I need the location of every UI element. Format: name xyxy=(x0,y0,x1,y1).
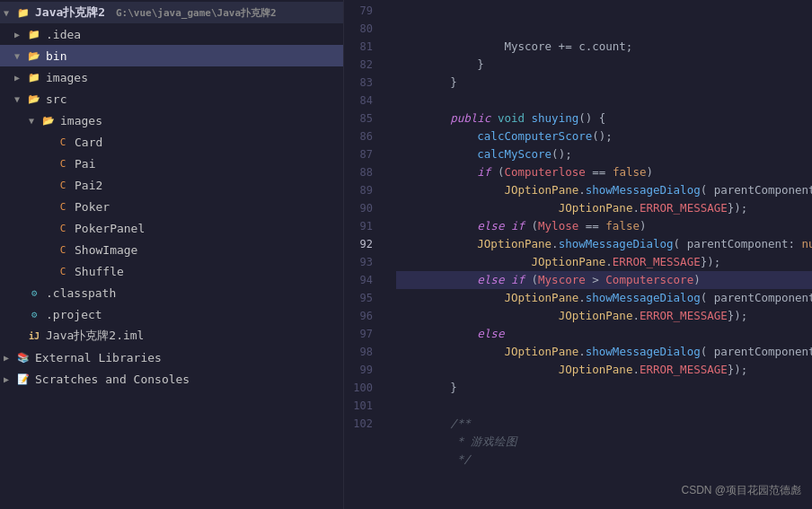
ext-libs-icon: 📚 xyxy=(16,350,31,364)
sidebar-item-showimage[interactable]: C ShowImage xyxy=(0,239,343,260)
code-line: /** xyxy=(396,415,812,433)
line-numbers: 7980818283848586878889909192939495969798… xyxy=(344,0,389,509)
line-number: 87 xyxy=(344,145,380,163)
line-number: 91 xyxy=(344,217,380,235)
code-line: JOptionPane.showMessageDialog( parentCom… xyxy=(396,181,812,199)
line-number: 99 xyxy=(344,361,380,379)
src-images-arrow xyxy=(29,116,41,126)
src-images-label: images xyxy=(60,114,102,127)
code-line: calcComputerScore(); xyxy=(396,127,812,145)
code-line: else xyxy=(396,325,812,343)
project-label: .project xyxy=(46,308,102,321)
root-folder-icon: 📁 xyxy=(16,5,31,20)
code-line: JOptionPane.ERROR_MESSAGE}); xyxy=(396,199,812,217)
line-number: 81 xyxy=(344,38,380,56)
line-number: 93 xyxy=(344,253,380,271)
line-number: 101 xyxy=(344,397,380,415)
src-icon: 📂 xyxy=(27,92,41,106)
classpath-icon: ⚙ xyxy=(27,285,41,300)
line-number: 85 xyxy=(344,110,380,127)
code-line: } xyxy=(396,74,812,92)
pokerpanel-class-icon: C xyxy=(56,221,70,235)
line-number: 100 xyxy=(344,379,380,397)
images-root-icon: 📁 xyxy=(27,70,41,84)
src-images-icon: 📂 xyxy=(41,113,56,127)
images-root-arrow xyxy=(14,73,27,83)
ext-libs-arrow xyxy=(4,353,16,363)
code-line: calcMyScore(); xyxy=(396,145,812,163)
iml-icon: iJ xyxy=(27,329,41,343)
sidebar: 📁 Java扑克牌2 G:\vue\java_game\Java扑克牌2 📁 .… xyxy=(0,0,344,509)
line-number: 79 xyxy=(344,2,380,20)
sidebar-item-pokerpanel[interactable]: C PokerPanel xyxy=(0,217,343,239)
scratches-label: Scratches and Consoles xyxy=(35,373,190,386)
showimage-label: ShowImage xyxy=(75,243,137,257)
images-root-label: images xyxy=(46,71,88,84)
sidebar-item-bin[interactable]: 📂 bin xyxy=(0,45,343,66)
line-number: 83 xyxy=(344,74,380,92)
root-arrow xyxy=(4,8,16,18)
code-line: */ xyxy=(396,451,812,469)
sidebar-item-src[interactable]: 📂 src xyxy=(0,88,343,110)
line-number: 95 xyxy=(344,289,380,307)
bin-arrow xyxy=(14,51,27,61)
poker-label: Poker xyxy=(75,200,110,214)
ext-libs-label: External Libraries xyxy=(35,351,162,364)
scratches-arrow xyxy=(4,374,16,384)
line-number: 90 xyxy=(344,199,380,217)
scratches-icon: 📝 xyxy=(16,372,31,386)
sidebar-item-scratches[interactable]: 📝 Scratches and Consoles xyxy=(0,368,343,390)
sidebar-item-card[interactable]: C Card xyxy=(0,131,343,153)
line-number: 96 xyxy=(344,307,380,325)
line-number: 88 xyxy=(344,163,380,181)
code-content[interactable]: Myscore += c.count; } } public void shuy… xyxy=(389,0,812,509)
line-number: 92 xyxy=(344,235,380,253)
code-line: JOptionPane.ERROR_MESSAGE}); xyxy=(396,307,812,325)
poker-class-icon: C xyxy=(56,199,70,214)
project-icon: ⚙ xyxy=(27,307,41,321)
code-area[interactable]: 7980818283848586878889909192939495969798… xyxy=(344,0,812,509)
src-label: src xyxy=(46,92,66,106)
line-number: 98 xyxy=(344,343,380,361)
code-line: JOptionPane.ERROR_MESSAGE}); xyxy=(396,361,812,379)
code-line xyxy=(396,92,812,110)
project-root[interactable]: 📁 Java扑克牌2 G:\vue\java_game\Java扑克牌2 xyxy=(0,2,343,23)
showimage-class-icon: C xyxy=(56,242,70,257)
sidebar-item-classpath[interactable]: ⚙ .classpath xyxy=(0,282,343,303)
sidebar-item-project[interactable]: ⚙ .project xyxy=(0,303,343,325)
code-line: JOptionPane.showMessageDialog( parentCom… xyxy=(396,289,812,307)
sidebar-item-idea[interactable]: 📁 .idea xyxy=(0,23,343,45)
code-line: if (Computerlose == false) xyxy=(396,163,812,181)
code-line: JOptionPane.showMessageDialog( parentCom… xyxy=(396,343,812,361)
code-line xyxy=(396,397,812,415)
sidebar-item-images-root[interactable]: 📁 images xyxy=(0,66,343,88)
line-number: 89 xyxy=(344,181,380,199)
sidebar-item-poker[interactable]: C Poker xyxy=(0,196,343,217)
code-line: public void shuying() { xyxy=(396,110,812,127)
sidebar-item-ext-libs[interactable]: 📚 External Libraries xyxy=(0,347,343,368)
code-editor: 7980818283848586878889909192939495969798… xyxy=(344,0,812,509)
shuffle-class-icon: C xyxy=(56,264,70,278)
line-number: 80 xyxy=(344,20,380,38)
code-line: else if (Myscore > Computerscore) xyxy=(396,271,812,289)
line-number: 86 xyxy=(344,127,380,145)
code-line: * 游戏绘图 xyxy=(396,433,812,451)
pai2-label: Pai2 xyxy=(75,179,102,192)
sidebar-item-iml[interactable]: iJ Java扑克牌2.iml xyxy=(0,325,343,347)
idea-arrow xyxy=(14,30,27,39)
src-arrow xyxy=(14,94,27,104)
sidebar-item-src-images[interactable]: 📂 images xyxy=(0,110,343,131)
idea-label: .idea xyxy=(46,28,81,41)
line-number: 82 xyxy=(344,56,380,74)
sidebar-item-pai[interactable]: C Pai xyxy=(0,153,343,174)
classpath-label: .classpath xyxy=(46,286,116,300)
card-class-icon: C xyxy=(56,135,70,149)
sidebar-item-pai2[interactable]: C Pai2 xyxy=(0,174,343,196)
line-number: 84 xyxy=(344,92,380,110)
pai-label: Pai xyxy=(75,157,95,171)
code-line: } xyxy=(396,56,812,74)
pai2-class-icon: C xyxy=(56,178,70,192)
pai-class-icon: C xyxy=(56,156,70,171)
sidebar-item-shuffle[interactable]: C Shuffle xyxy=(0,260,343,282)
bin-folder-icon: 📂 xyxy=(27,48,41,63)
